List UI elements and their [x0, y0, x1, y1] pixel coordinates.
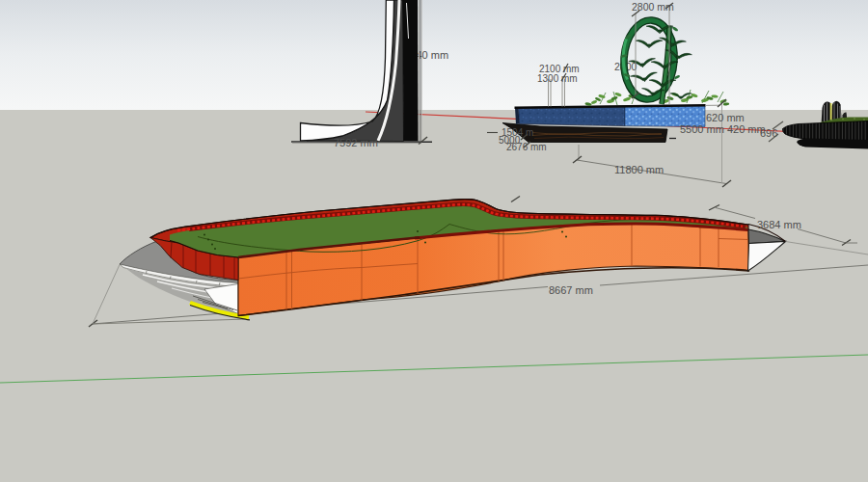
svg-text:5500 mm 420 mm: 5500 mm 420 mm — [680, 123, 766, 135]
svg-text:2800 mm: 2800 mm — [632, 1, 674, 13]
svg-text:8667 mm: 8667 mm — [549, 284, 593, 296]
svg-text:11800 mm: 11800 mm — [614, 164, 664, 175]
svg-text:1300 mm: 1300 mm — [537, 73, 578, 84]
svg-text:7592 mm: 7592 mm — [334, 137, 378, 148]
svg-text:620 mm: 620 mm — [706, 112, 745, 123]
svg-text:2676 mm: 2676 mm — [506, 142, 547, 152]
svg-text:3684 mm: 3684 mm — [757, 219, 801, 230]
svg-text:40 mm: 40 mm — [417, 49, 449, 61]
